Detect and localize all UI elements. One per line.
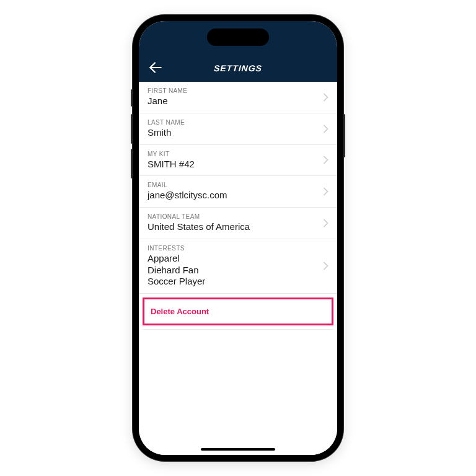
row-label: INTERESTS: [148, 245, 318, 252]
row-last-name[interactable]: LAST NAME Smith: [139, 113, 337, 145]
chevron-right-icon: [318, 156, 328, 164]
chevron-right-icon: [318, 187, 328, 196]
row-my-kit[interactable]: MY KIT SMITH #42: [139, 145, 337, 177]
chevron-right-icon: [318, 125, 328, 133]
delete-account-button[interactable]: Delete Account: [143, 298, 333, 325]
row-email[interactable]: EMAIL jane@stlcitysc.com: [139, 176, 337, 208]
phone-volume-up: [131, 114, 133, 144]
phone-frame: SETTINGS FIRST NAME Jane LAST NAME Smith: [133, 15, 343, 461]
home-indicator[interactable]: [201, 448, 275, 451]
delete-account-label: Delete Account: [151, 307, 325, 316]
settings-list: FIRST NAME Jane LAST NAME Smith MY K: [139, 82, 337, 455]
screen: SETTINGS FIRST NAME Jane LAST NAME Smith: [139, 21, 337, 455]
row-value-line: Soccer Player: [148, 276, 318, 288]
row-value: Smith: [148, 127, 318, 139]
row-label: MY KIT: [148, 151, 318, 157]
divider: [143, 329, 333, 330]
row-label: FIRST NAME: [148, 87, 318, 94]
row-value: jane@stlcitysc.com: [148, 190, 318, 201]
row-first-name[interactable]: FIRST NAME Jane: [139, 82, 337, 113]
row-label: LAST NAME: [148, 119, 318, 126]
row-value: SMITH #42: [148, 159, 318, 170]
row-value: United States of America: [148, 221, 318, 233]
phone-mute-switch: [131, 89, 133, 107]
dynamic-island: [207, 29, 269, 46]
row-value-line: Diehard Fan: [148, 265, 318, 276]
chevron-right-icon: [318, 93, 328, 102]
row-national-team[interactable]: NATIONAL TEAM United States of America: [139, 208, 337, 239]
row-label: NATIONAL TEAM: [148, 213, 318, 220]
chevron-right-icon: [318, 219, 328, 227]
phone-side-button: [343, 114, 345, 157]
chevron-right-icon: [318, 262, 328, 270]
phone-volume-down: [131, 149, 133, 178]
row-label: EMAIL: [148, 182, 318, 188]
page-title: SETTINGS: [139, 63, 337, 73]
row-value-line: Apparel: [148, 253, 318, 265]
row-value: Jane: [148, 95, 318, 107]
row-interests[interactable]: INTERESTS Apparel Diehard Fan Soccer Pla…: [139, 239, 337, 294]
